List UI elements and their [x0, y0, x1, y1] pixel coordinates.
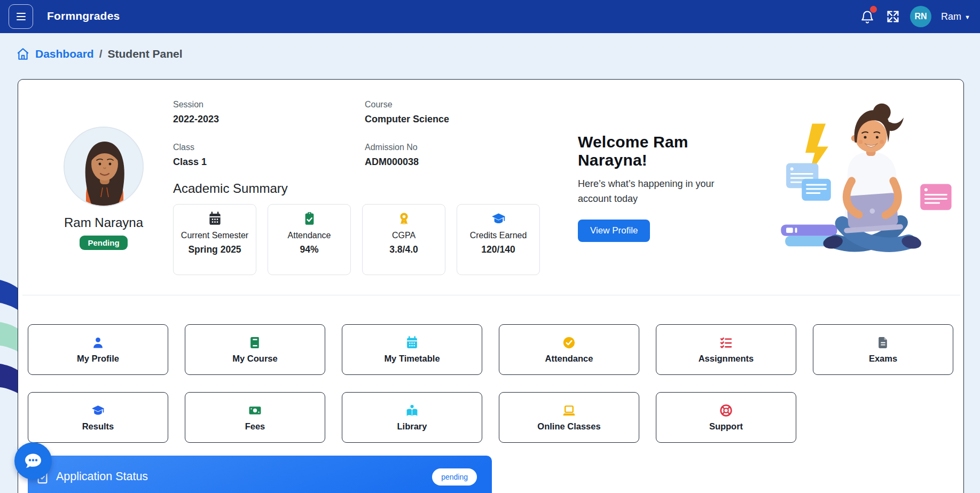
academic-summary-title: Academic Summary: [173, 181, 288, 196]
user-dropdown[interactable]: Ram ▼: [941, 11, 970, 22]
tile-results[interactable]: Results: [28, 392, 168, 443]
book-icon: [248, 336, 262, 349]
application-status-badge: pending: [432, 468, 477, 486]
fullscreen-icon[interactable]: [885, 9, 900, 24]
tile-my-profile[interactable]: My Profile: [28, 324, 168, 375]
stat-card-attendance: Attendance 94%: [268, 204, 351, 275]
status-badge: Pending: [80, 236, 127, 250]
stat-card-credits: Credits Earned 120/140: [457, 204, 540, 275]
student-name: Ram Narayna: [64, 215, 143, 230]
welcome-subtitle: Here’s what’s happening in your account …: [578, 177, 728, 207]
student-illustration: [780, 97, 952, 253]
home-icon[interactable]: [16, 47, 30, 61]
chevron-down-icon: ▼: [965, 14, 970, 20]
breadcrumb-link-dashboard[interactable]: Dashboard: [35, 48, 94, 60]
clipboard-check-icon: [302, 212, 317, 226]
application-status-header[interactable]: Application Status pending: [28, 456, 492, 493]
welcome-title: Welcome Ram Narayna!: [578, 133, 738, 169]
file-icon: [876, 336, 890, 349]
background-wave-decoration: [0, 235, 18, 465]
user-icon: [91, 336, 105, 349]
field-admission-no: Admission No ADM000038: [365, 143, 419, 168]
quick-links-row-2: Results Fees Library Online Classes: [28, 392, 796, 443]
tile-attendance[interactable]: Attendance: [499, 324, 639, 375]
field-class: Class Class 1: [173, 143, 207, 168]
tile-support[interactable]: Support: [656, 392, 796, 443]
breadcrumb-separator: /: [99, 48, 103, 60]
quick-links-row-1: My Profile My Course My Timetable Attend…: [28, 324, 953, 375]
application-status-title: Application Status: [56, 470, 148, 483]
banknote-icon: [248, 404, 262, 417]
stat-card-semester: Current Semester Spring 2025: [173, 204, 256, 275]
check-circle-icon: [562, 336, 576, 349]
stat-card-cgpa: CGPA 3.8/4.0: [362, 204, 445, 275]
student-dashboard: Formngrades RN Ram ▼: [0, 0, 980, 493]
tile-fees[interactable]: Fees: [185, 392, 325, 443]
checklist-icon: [719, 336, 733, 349]
user-name: Ram: [941, 11, 961, 22]
graduation-cap-icon: [491, 212, 506, 226]
dashboard-card: Ram Narayna Pending Session 2022-2023 Cl…: [18, 79, 964, 493]
avatar[interactable]: RN: [910, 6, 931, 27]
academic-summary-cards: Current Semester Spring 2025 Attendance …: [173, 204, 540, 275]
notification-badge-dot: [870, 6, 877, 13]
tile-exams[interactable]: Exams: [813, 324, 953, 375]
field-course: Course Computer Science: [365, 100, 449, 125]
tile-assignments[interactable]: Assignments: [656, 324, 796, 375]
tile-my-timetable[interactable]: My Timetable: [342, 324, 482, 375]
calendar-icon: [405, 336, 419, 349]
tile-library[interactable]: Library: [342, 392, 482, 443]
notifications-button[interactable]: [860, 7, 876, 26]
tile-online-classes[interactable]: Online Classes: [499, 392, 639, 443]
section-divider: [22, 295, 960, 295]
life-ring-icon: [719, 404, 733, 417]
app-brand: Formngrades: [47, 10, 120, 22]
graduation-cap-icon: [91, 404, 105, 417]
welcome-panel: Welcome Ram Narayna! Here’s what’s happe…: [578, 133, 738, 242]
laptop-icon: [562, 404, 576, 417]
medal-icon: [397, 212, 411, 226]
view-profile-button[interactable]: View Profile: [578, 220, 650, 242]
top-navbar: Formngrades RN Ram ▼: [0, 0, 980, 33]
student-photo: [64, 127, 144, 207]
chat-support-button[interactable]: [14, 442, 52, 480]
chat-bubble-icon: [23, 451, 43, 471]
reader-icon: [405, 404, 419, 417]
page-title: Student Panel: [108, 48, 183, 60]
sidebar-toggle-button[interactable]: [9, 4, 33, 29]
tile-my-course[interactable]: My Course: [185, 324, 325, 375]
field-session: Session 2022-2023: [173, 100, 219, 125]
breadcrumb: Dashboard / Student Panel: [16, 47, 183, 61]
calendar-icon: [208, 212, 222, 226]
